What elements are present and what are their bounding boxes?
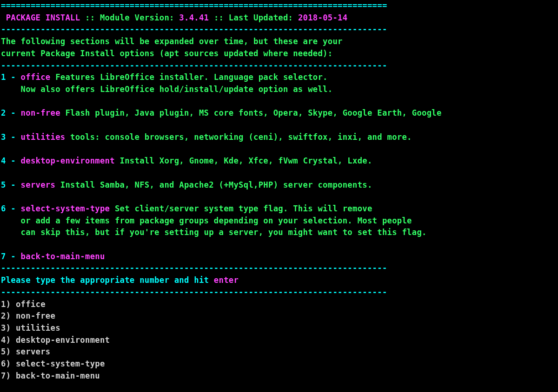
opt5-desc1: Install Samba, NFS, and Apache2 (+MySql,… bbox=[60, 180, 372, 189]
rule-dash-1: ----------------------------------------… bbox=[1, 25, 387, 34]
opt6-desc2: or add a few items from package groups d… bbox=[1, 216, 412, 225]
header-module-version: 3.4.41 bbox=[174, 13, 214, 22]
opt5-name: servers bbox=[21, 180, 60, 189]
list-option-4[interactable]: 4) desktop-environment bbox=[1, 335, 110, 345]
rule-top: ========================================… bbox=[1, 1, 387, 10]
opt4-name: desktop-environment bbox=[21, 156, 120, 165]
list-option-5[interactable]: 5) servers bbox=[1, 347, 50, 356]
intro-line-1: The following sections will be expanded … bbox=[1, 37, 343, 46]
opt6-num[interactable]: 6 - bbox=[1, 204, 21, 213]
opt5-num[interactable]: 5 - bbox=[1, 180, 21, 189]
opt4-num[interactable]: 4 - bbox=[1, 156, 21, 165]
rule-dash-3: ----------------------------------------… bbox=[1, 263, 387, 273]
opt6-desc3: can skip this, but if you're setting up … bbox=[1, 228, 427, 237]
prompt-enter: enter bbox=[214, 275, 239, 285]
list-option-7[interactable]: 7) back-to-main-menu bbox=[1, 371, 100, 380]
header-module-label: Module Version: bbox=[100, 13, 174, 22]
opt3-num[interactable]: 3 - bbox=[1, 132, 21, 142]
opt6-name: select-system-type bbox=[21, 204, 115, 213]
opt3-name: utilities bbox=[21, 132, 70, 142]
terminal-window[interactable]: ========================================… bbox=[0, 0, 558, 382]
opt2-desc1: Flash plugin, Java plugin, MS core fonts… bbox=[65, 108, 441, 118]
opt2-name: non-free bbox=[21, 108, 66, 118]
opt2-num[interactable]: 2 - bbox=[1, 108, 21, 118]
rule-dash-4: ----------------------------------------… bbox=[1, 287, 387, 297]
list-option-3[interactable]: 3) utilities bbox=[1, 323, 60, 333]
header-updated-label: Last Updated: bbox=[229, 13, 293, 22]
header-sep1: :: bbox=[85, 13, 100, 22]
opt3-desc1: tools: console browsers, networking (cen… bbox=[70, 132, 412, 142]
list-option-2[interactable]: 2) non-free bbox=[1, 311, 55, 320]
opt7-name: back-to-main-menu bbox=[21, 252, 105, 261]
opt1-desc2: Now also offers LibreOffice hold/install… bbox=[1, 85, 332, 94]
prompt-text: Please type the appropriate number and h… bbox=[1, 275, 214, 285]
header-title: PACKAGE INSTALL bbox=[1, 13, 85, 22]
list-option-6[interactable]: 6) select-system-type bbox=[1, 359, 105, 368]
header-updated-value: 2018-05-14 bbox=[293, 13, 347, 22]
opt1-num[interactable]: 1 - bbox=[1, 72, 21, 82]
opt7-num[interactable]: 7 - bbox=[1, 252, 21, 261]
opt1-name: office bbox=[21, 72, 56, 82]
rule-dash-2: ----------------------------------------… bbox=[1, 61, 387, 70]
opt4-desc1: Install Xorg, Gnome, Kde, Xfce, fVwm Cry… bbox=[120, 156, 372, 165]
header-sep2: :: bbox=[214, 13, 229, 22]
intro-line-2: current Package Install options (apt sou… bbox=[1, 49, 332, 58]
opt1-desc1: Features LibreOffice installer. Language… bbox=[55, 72, 328, 82]
list-option-1[interactable]: 1) office bbox=[1, 300, 46, 309]
opt6-desc1: Set client/server system type flag. This… bbox=[115, 204, 372, 213]
